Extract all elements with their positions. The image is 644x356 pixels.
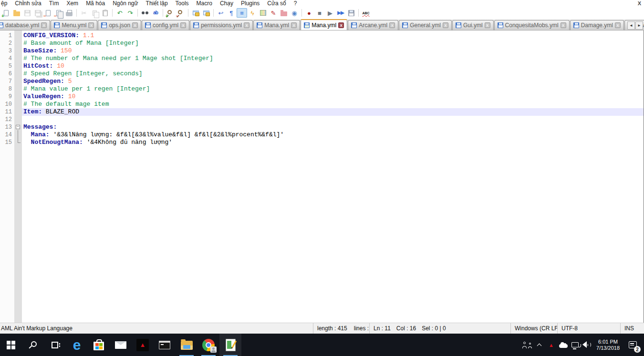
sync-horizontal-scrolling-button[interactable]	[201, 8, 211, 18]
taskbar-app-search[interactable]	[22, 334, 44, 356]
code-line-text[interactable]: BaseSize: 150	[22, 47, 644, 55]
menu-item[interactable]: Mã hóa	[82, 0, 109, 7]
find-button[interactable]	[140, 8, 150, 18]
status-eol-format[interactable]: Windows (CR LF)	[510, 323, 557, 334]
tab-scroll-right-button[interactable]: ►	[635, 21, 643, 30]
macro-run-multiple-button[interactable]: ▶▶	[335, 8, 346, 18]
taskbar-app-mail[interactable]	[110, 334, 132, 356]
show-indent-guide-button[interactable]: ≡	[237, 8, 247, 18]
tab-config-yml[interactable]: config.ymlx	[142, 20, 189, 30]
save-button[interactable]	[22, 8, 32, 18]
menu-item[interactable]: Ngôn ngữ	[109, 0, 142, 7]
menu-item[interactable]: ?	[290, 0, 301, 7]
tab-close-icon[interactable]: x	[41, 22, 47, 28]
taskbar-app-notepad-plus-plus[interactable]	[219, 334, 241, 356]
word-wrap-button[interactable]: ↩	[216, 8, 226, 18]
spell-check-button[interactable]: ABC	[361, 8, 371, 18]
code-line-text[interactable]: ValueRegen: 10	[22, 93, 644, 101]
show-all-characters-button[interactable]: ¶	[226, 8, 237, 18]
tab-close-icon[interactable]: x	[485, 22, 490, 28]
code-line-text[interactable]: Messages:	[22, 123, 644, 131]
tab-permissions-yml[interactable]: permissions.ymlx	[190, 20, 253, 30]
code-line-text[interactable]: NotEnougtMana: '&4Không đủ năng lượng'	[22, 139, 644, 146]
print-button[interactable]	[64, 8, 74, 18]
tab-database-yml[interactable]: database.ymlx	[0, 20, 50, 30]
code-line-text[interactable]: CONFIG_VERSION: 1.1	[22, 32, 644, 40]
tab-damage-yml[interactable]: Damage.ymlx	[570, 20, 624, 30]
folder-as-workspace-button[interactable]	[279, 8, 289, 18]
macro-record-button[interactable]: ●	[304, 8, 314, 18]
code-line-text[interactable]: # Mana value per 1 regen [Integer]	[22, 85, 644, 93]
tab-close-icon[interactable]: x	[180, 22, 186, 28]
code-line-text[interactable]: Item: BLAZE_ROD	[22, 108, 644, 116]
save-all-button[interactable]	[32, 8, 43, 18]
replace-button[interactable]: ab	[150, 8, 161, 18]
document-switcher-button[interactable]: ✎	[268, 8, 279, 18]
tray-item-network[interactable]	[569, 334, 581, 356]
taskbar-app-edge[interactable]: e	[66, 334, 88, 356]
taskbar-app-store[interactable]	[88, 334, 110, 356]
code-line-text[interactable]: # Speed Regen [Integer, seconds]	[22, 70, 644, 78]
tab-close-icon[interactable]: x	[88, 22, 94, 28]
tab-menu-yml[interactable]: Menu.ymlx	[51, 20, 97, 30]
tray-item-volume[interactable]	[581, 334, 593, 356]
macro-stop-button[interactable]: ■	[314, 8, 325, 18]
fold-collapse-icon[interactable]: −	[16, 125, 20, 129]
taskbar-app-start[interactable]	[0, 334, 22, 356]
taskbar-app-garena[interactable]: ▲	[132, 334, 154, 356]
copy-button[interactable]	[89, 8, 100, 18]
tab-close-icon[interactable]: x	[338, 22, 344, 28]
tab-conquesitamobs-yml[interactable]: ConquesitaMobs.ymlx	[494, 20, 570, 30]
tray-item-chevron-up[interactable]	[533, 334, 545, 356]
monitoring-button[interactable]: ◉	[289, 8, 300, 18]
code-line-text[interactable]	[22, 116, 644, 123]
status-encoding[interactable]: UTF-8	[557, 323, 620, 334]
taskbar-clock[interactable]: 6:01 PM 7/13/2018	[593, 339, 623, 351]
paste-button[interactable]	[100, 8, 110, 18]
macro-play-button[interactable]: ▶	[325, 8, 335, 18]
tab-arcane-yml[interactable]: Arcane.ymlx	[348, 20, 398, 30]
tab-close-icon[interactable]: x	[389, 22, 395, 28]
editor-area[interactable]: 1CONFIG_VERSION: 1.12# Base amount of Ma…	[0, 31, 644, 323]
code-line-text[interactable]: SpeedRegen: 5	[22, 78, 644, 85]
zoom-in-button[interactable]: +	[165, 8, 176, 18]
tab-mana-yml[interactable]: Mana.ymlx	[301, 19, 347, 30]
tab-close-icon[interactable]: x	[443, 22, 448, 28]
tab-close-icon[interactable]: x	[561, 22, 566, 28]
status-typing-mode[interactable]: INS	[620, 323, 644, 334]
tab-close-icon[interactable]: x	[615, 22, 621, 28]
code-line-text[interactable]: # Base amount of Mana [Integer]	[22, 40, 644, 47]
close-all-documents-button[interactable]: −	[53, 8, 64, 18]
menu-item[interactable]: Thiết lập	[142, 0, 172, 7]
tab-close-icon[interactable]: x	[291, 22, 297, 28]
document-map-button[interactable]	[258, 8, 268, 18]
tab-scroll-left-button[interactable]: ◄	[627, 21, 635, 30]
menu-item[interactable]: Macro	[193, 0, 216, 7]
tray-item-onedrive[interactable]	[557, 334, 569, 356]
redo-button[interactable]: ↷	[125, 8, 135, 18]
code-line-text[interactable]: # The default mage item	[22, 101, 644, 108]
menu-item[interactable]: ệp	[0, 0, 11, 7]
taskbar-app-cmd[interactable]	[154, 334, 176, 356]
sync-vertical-scrolling-button[interactable]	[190, 8, 201, 18]
tray-item-garena-tray[interactable]: ▲	[545, 334, 557, 356]
zoom-out-button[interactable]: −	[176, 8, 186, 18]
tab-close-icon[interactable]: x	[132, 22, 138, 28]
tray-item-people[interactable]	[521, 334, 533, 356]
code-line-text[interactable]: HitCost: 10	[22, 62, 644, 70]
cut-button[interactable]: ✂	[79, 8, 89, 18]
tab-general-yml[interactable]: General.ymlx	[399, 20, 452, 30]
tab-mana-yml[interactable]: Mana.ymlx	[253, 20, 300, 30]
fold-margin[interactable]: −	[14, 123, 22, 131]
menu-item[interactable]: Xem	[62, 0, 82, 7]
tab-ops-json[interactable]: ops.jsonx	[98, 20, 141, 30]
menu-item[interactable]: Cửa sổ	[263, 0, 290, 7]
tab-close-icon[interactable]: x	[244, 22, 249, 28]
menu-item[interactable]: Tools	[172, 0, 193, 7]
action-center-button[interactable]: 2	[623, 334, 642, 356]
open-file-button[interactable]	[11, 8, 22, 18]
menu-item[interactable]: Chỉnh sửa	[11, 0, 45, 7]
menu-item[interactable]: Tìm	[45, 0, 63, 7]
tab-gui-yml[interactable]: Gui.ymlx	[452, 20, 494, 30]
code-line-text[interactable]: Mana: '&3&lNăng lượng: &f&l[&3&l%value&f…	[22, 131, 644, 139]
